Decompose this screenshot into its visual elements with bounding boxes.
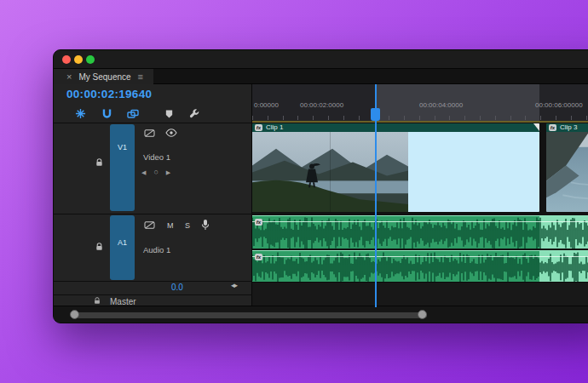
premiere-timeline-window: × My Sequence ≡ 00:00:02:19640: [53, 49, 588, 323]
audio-fx-badge[interactable]: fx: [255, 254, 262, 260]
master-track-lock-icon[interactable]: [93, 296, 101, 306]
zoom-scrollbar-strip: [54, 306, 588, 323]
minimize-window-button[interactable]: [74, 55, 83, 64]
clip-out-notch: [533, 123, 539, 131]
zoom-window-button[interactable]: [86, 55, 95, 64]
sequence-tab-title: My Sequence: [78, 72, 130, 82]
ruler-label: 00:00:04:0000: [419, 101, 463, 109]
keyframe-nav: ◀ ○ ▶: [141, 169, 170, 176]
nest-toggle-icon[interactable]: [74, 107, 87, 120]
selected-clip-region[interactable]: [408, 132, 539, 212]
clip1-label: Clip 1: [266, 124, 283, 131]
video-track-lock-icon[interactable]: [95, 157, 104, 168]
ruler-label: 00:00:02:0000: [300, 101, 343, 109]
mute-button[interactable]: M: [167, 221, 174, 230]
clip3-label: Clip 3: [560, 124, 577, 131]
panel-tab-bar: × My Sequence ≡: [54, 69, 588, 84]
track-output-eye-icon[interactable]: [165, 129, 177, 137]
playhead-timecode[interactable]: 00:00:02:19640: [66, 88, 152, 100]
pan-keyframe-icon[interactable]: ◂▸: [231, 281, 237, 289]
audio-fx-badge[interactable]: fx: [255, 219, 262, 226]
zoom-handle-left[interactable]: [70, 310, 79, 319]
audio-clip-channel-1[interactable]: fx: [252, 215, 588, 249]
video-track-target-button[interactable]: V1: [110, 124, 135, 211]
next-keyframe-icon[interactable]: ▶: [166, 169, 170, 175]
audio-track-target-button[interactable]: A1: [110, 215, 135, 280]
panel-menu-icon[interactable]: ≡: [138, 72, 143, 82]
clip3-body: [546, 132, 588, 212]
linked-selection-icon[interactable]: [126, 107, 139, 120]
window-titlebar[interactable]: [54, 50, 588, 69]
desktop-background: × My Sequence ≡ 00:00:02:19640: [0, 0, 588, 383]
divider: [54, 281, 252, 282]
audio-sync-lock-icon[interactable]: [144, 220, 155, 230]
time-ruler[interactable]: 0:00000 00:00:02:0000 00:00:04:0000 00:0…: [252, 84, 588, 123]
clip3-thumbnail: [546, 132, 588, 212]
audio-track-lane: fx fx: [252, 214, 588, 282]
prev-keyframe-icon[interactable]: ◀: [141, 169, 146, 175]
volume-band[interactable]: [252, 256, 588, 257]
video-target-label: V1: [118, 143, 127, 151]
timeline-settings-wrench-icon[interactable]: [188, 107, 201, 120]
zoom-handle-right[interactable]: [418, 310, 427, 319]
video-track-name: Video 1: [143, 152, 170, 162]
video-clip-3[interactable]: fx Clip 3: [546, 123, 588, 212]
clip1-thumbnail: [252, 132, 408, 212]
close-panel-icon[interactable]: ×: [66, 72, 72, 82]
audio-clip-channel-2[interactable]: fx: [252, 250, 588, 282]
tab-my-sequence[interactable]: × My Sequence ≡: [54, 69, 153, 84]
playhead-handle[interactable]: [371, 108, 380, 121]
video-clip-1[interactable]: fx Clip 1: [252, 123, 539, 212]
close-window-button[interactable]: [62, 55, 71, 64]
solo-button[interactable]: S: [185, 221, 190, 230]
ruler-label: 0:00000: [254, 101, 279, 109]
clip1-body: [252, 132, 539, 212]
voiceover-mic-icon[interactable]: [201, 219, 210, 231]
timeline-toolbar: [54, 105, 252, 123]
master-track-lane: [252, 282, 588, 307]
divider: [54, 214, 252, 214]
divider: [54, 294, 252, 295]
clip1-header: fx Clip 1: [252, 123, 539, 132]
add-marker-icon[interactable]: [163, 107, 176, 120]
timeline-panel: 00:00:02:19640: [54, 84, 588, 307]
audio-target-label: A1: [118, 238, 127, 247]
clip3-header: fx Clip 3: [546, 123, 588, 132]
divider: [54, 123, 252, 123]
add-keyframe-icon[interactable]: ○: [153, 169, 158, 176]
timeline-tracks-area: 0:00000 00:00:02:0000 00:00:04:0000 00:0…: [252, 84, 588, 307]
audio-gain-value[interactable]: 0.0: [171, 283, 183, 292]
horizontal-scrollbar-thumb[interactable]: [74, 312, 427, 318]
clip-fx-badge[interactable]: fx: [255, 124, 262, 131]
sync-lock-icon[interactable]: [144, 129, 155, 138]
audio-track-name: Audio 1: [143, 245, 170, 254]
video-track-lane: fx Clip 1: [252, 123, 588, 214]
track-header-column: 00:00:02:19640: [54, 84, 252, 307]
ruler-label: 00:00:06:00000: [535, 101, 583, 109]
ruler-ticks: [252, 116, 588, 120]
volume-band[interactable]: [252, 221, 588, 222]
clip-fx-badge[interactable]: fx: [549, 124, 556, 131]
snap-magnet-icon[interactable]: [101, 107, 113, 120]
audio-track-lock-icon[interactable]: [95, 242, 104, 252]
